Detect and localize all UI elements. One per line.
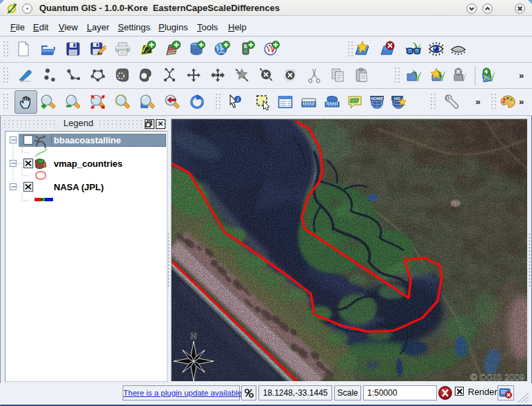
svg-text:HOME: HOME [371, 96, 384, 101]
svg-text:© QGIS 2009: © QGIS 2009 [471, 372, 524, 381]
svg-text:HO: HO [394, 96, 400, 101]
svg-text:N: N [191, 332, 197, 341]
